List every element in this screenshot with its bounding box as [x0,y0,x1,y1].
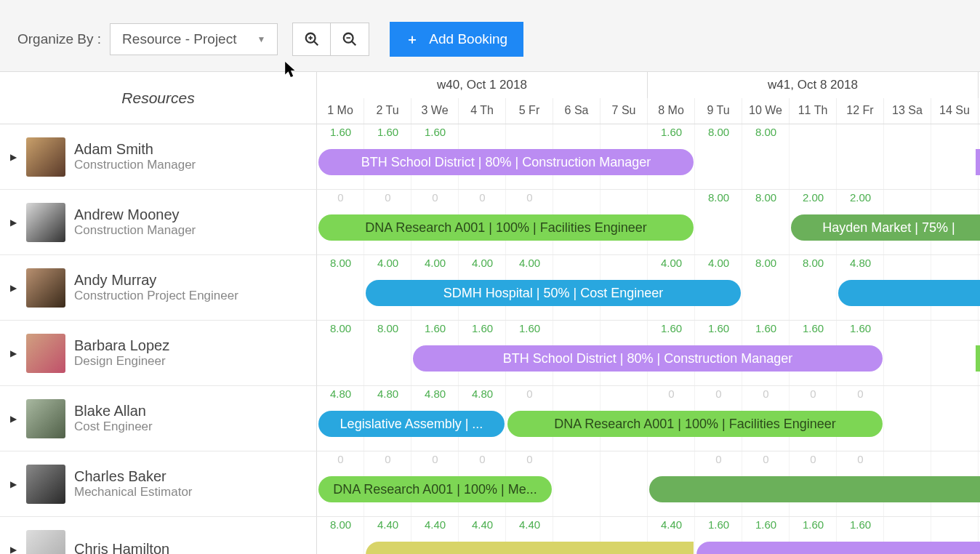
expand-arrow-icon[interactable]: ▶ [10,283,17,293]
hour-value: 0 [364,453,411,465]
hour-value: 8.00 [742,126,790,138]
hour-value: 0 [790,388,837,400]
hour-value: 4.80 [837,257,884,269]
hours-row: 000008.008.002.002.00 [317,191,980,204]
booking-bar[interactable]: DNA Research A001 | 100% | Me... [318,476,552,502]
booking-bar[interactable] [976,345,981,372]
hour-value [931,191,979,204]
resource-name: Chris Hamilton [74,541,169,554]
svg-line-1 [314,41,318,46]
hour-value: 4.40 [506,518,553,531]
resource-name: Blake Allan [74,403,153,419]
resource-row[interactable]: ▶ Barbara Lopez Design Engineer [0,321,317,386]
hour-value [459,126,506,138]
hour-value: 0 [648,388,695,400]
resource-name: Adam Smith [74,141,196,158]
resources-column: Resources ▶ Adam Smith Construction Mana… [0,72,317,554]
hour-value [931,126,979,138]
day-header: 8 Mo [648,98,695,124]
zoom-in-icon [304,31,320,47]
timeline-row[interactable]: 1.601.601.601.608.008.00BTH School Distr… [317,124,980,190]
expand-arrow-icon[interactable]: ▶ [10,414,17,424]
booking-bar[interactable]: Legislative Assembly | ... [318,411,505,437]
hour-value: 8.00 [742,191,790,204]
add-booking-button[interactable]: ＋ Add Booking [390,22,523,57]
resource-row[interactable]: ▶ Andrew Mooney Construction Manager [0,190,317,255]
booking-bar[interactable] [366,542,694,554]
hour-value: 2.00 [837,191,884,204]
toolbar: Organize By : Resource - Project ▼ ＋ Add… [0,0,980,71]
booking-bar[interactable]: BTH School District | 80% | Construction… [318,149,694,175]
hour-value: 1.60 [459,322,506,334]
day-header: 9 Tu [695,98,742,124]
expand-arrow-icon[interactable]: ▶ [10,217,17,228]
hour-value [931,388,979,400]
hour-value [601,126,648,138]
hour-value: 0 [742,453,790,465]
zoom-out-button[interactable] [331,23,369,55]
hour-value: 4.80 [317,388,364,400]
booking-bar[interactable]: BTH School District | 80% | Construction… [413,345,883,372]
avatar [26,137,65,177]
hour-value: 0 [364,191,411,204]
hour-value [553,191,601,204]
booking-bar[interactable] [696,542,980,554]
timeline-header: w40, Oct 1 2018w41, Oct 8 2018 1 Mo2 Tu3… [317,72,980,124]
hour-value: 4.40 [648,518,695,531]
hour-value [601,322,648,334]
hour-value: 8.00 [317,322,364,334]
timeline-row[interactable]: 000008.008.002.002.00DNA Research A001 |… [317,190,980,255]
hour-value [884,322,931,334]
resource-row[interactable]: ▶ Adam Smith Construction Manager [0,124,317,190]
hour-value [884,191,931,204]
hour-value: 0 [790,453,837,465]
booking-bar[interactable] [838,280,980,306]
organize-by-label: Organize By : [17,31,101,47]
hour-value: 1.60 [648,322,695,334]
hour-value: 0 [459,191,506,204]
expand-arrow-icon[interactable]: ▶ [10,545,17,555]
resource-row[interactable]: ▶ Charles Baker Mechanical Estimator [0,451,317,517]
booking-bar[interactable]: Hayden Market | 75% | [791,214,980,241]
organize-by-dropdown[interactable]: Resource - Project ▼ [110,23,278,55]
hour-value: 1.60 [364,126,411,138]
day-header: 3 We [411,98,459,124]
day-header: 7 Su [601,98,648,124]
resource-row[interactable]: ▶ Chris Hamilton [0,517,317,554]
timeline-row[interactable]: 8.008.001.601.601.601.601.601.601.601.60… [317,321,980,386]
resource-row[interactable]: ▶ Andy Murray Construction Project Engin… [0,255,317,321]
resource-role: Construction Manager [74,158,196,172]
zoom-in-button[interactable] [293,23,331,55]
dropdown-value: Resource - Project [122,31,236,47]
timeline-row[interactable]: 8.004.004.004.004.004.004.008.008.004.80… [317,255,980,321]
hour-value: 8.00 [364,322,411,334]
booking-bar[interactable]: DNA Research A001 | 100% | Facilities En… [318,214,694,241]
avatar [26,268,65,308]
hour-value: 1.60 [837,518,884,531]
resource-row[interactable]: ▶ Blake Allan Cost Engineer [0,386,317,451]
day-header: 10 We [742,98,790,124]
timeline-column: w40, Oct 1 2018w41, Oct 8 2018 1 Mo2 Tu3… [317,72,980,554]
booking-bar[interactable] [649,476,980,502]
hours-row: 8.004.404.404.404.404.401.601.601.601.60 [317,518,980,531]
booking-bar[interactable]: DNA Research A001 | 100% | Facilities En… [507,411,883,437]
hour-value [884,388,931,400]
timeline-row[interactable]: 000000000DNA Research A001 | 100% | Me..… [317,451,980,517]
booking-bar[interactable]: SDMH Hospital | 50% | Cost Engineer [366,280,741,306]
hour-value: 4.00 [695,257,742,269]
hours-row: 1.601.601.601.608.008.00 [317,126,980,138]
booking-bar[interactable] [976,149,981,175]
hour-value: 0 [506,453,553,465]
timeline-row[interactable]: 4.804.804.804.80000000Legislative Assemb… [317,386,980,451]
hour-value [601,453,648,465]
timeline-row[interactable]: 8.004.404.404.404.404.401.601.601.601.60 [317,517,980,554]
hour-value: 1.60 [742,518,790,531]
expand-arrow-icon[interactable]: ▶ [10,348,17,358]
hour-value: 2.00 [790,191,837,204]
hour-value [553,388,601,400]
expand-arrow-icon[interactable]: ▶ [10,152,17,162]
hour-value: 4.40 [459,518,506,531]
hour-value: 0 [837,453,884,465]
resource-info: Barbara Lopez Design Engineer [74,337,169,369]
expand-arrow-icon[interactable]: ▶ [10,479,17,489]
